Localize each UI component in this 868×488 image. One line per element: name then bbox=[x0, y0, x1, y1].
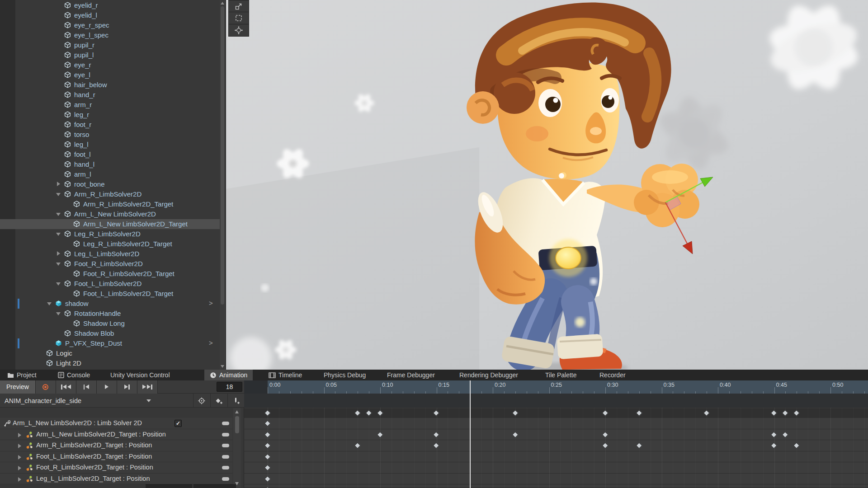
hierarchy-item-rotationhandle[interactable]: RotationHandle bbox=[0, 309, 221, 319]
dope-sheet-toggle-button[interactable] bbox=[146, 484, 192, 488]
expand-arrow-icon[interactable] bbox=[56, 282, 61, 286]
hierarchy-item-foot-r[interactable]: foot_r bbox=[0, 120, 221, 130]
hierarchy-item-foot-l-limbsolver2d[interactable]: Foot_L_LimbSolver2D bbox=[0, 279, 221, 289]
foldout-arrow-icon[interactable] bbox=[18, 455, 21, 460]
hierarchy-item-shadow[interactable]: shadow> bbox=[0, 299, 221, 309]
hierarchy-item-foot-l-limbsolver2d-target[interactable]: Foot_L_LimbSolver2D_Target bbox=[0, 289, 221, 299]
current-frame-field[interactable]: 18 bbox=[217, 382, 242, 392]
hierarchy-item-arm-l-new-limbsolver2d-target[interactable]: Arm_L_New LimbSolver2D_Target bbox=[0, 219, 221, 229]
hierarchy-item-foot-r-limbsolver2d[interactable]: Foot_R_LimbSolver2D bbox=[0, 259, 221, 269]
hierarchy-item-eyelid-r[interactable]: eyelid_r bbox=[0, 0, 221, 10]
tab-project[interactable]: Project bbox=[2, 370, 42, 380]
hierarchy-item-arm-l[interactable]: arm_l bbox=[0, 169, 221, 179]
hierarchy-item-arm-r-limbsolver2d-target[interactable]: Arm_R_LimbSolver2D_Target bbox=[0, 199, 221, 209]
tab-physics-debug[interactable]: Physics Debug bbox=[318, 370, 371, 380]
rect-selection-tool-button[interactable] bbox=[228, 12, 249, 24]
add-event-button[interactable] bbox=[227, 394, 244, 408]
maximize-view-tool-button[interactable] bbox=[228, 0, 249, 12]
hierarchy-item-light-2d[interactable]: Light 2D bbox=[0, 358, 221, 368]
expand-arrow-icon[interactable] bbox=[47, 302, 52, 305]
hierarchy-item-leg-r-limbsolver2d-target[interactable]: Leg_R_LimbSolver2D_Target bbox=[0, 239, 221, 249]
hierarchy-item-eyelid-l[interactable]: eyelid_l bbox=[0, 10, 221, 20]
hierarchy-item-shadow-long[interactable]: Shadow Long bbox=[0, 319, 221, 328]
keyframe-context-button[interactable] bbox=[222, 466, 229, 469]
foldout-arrow-icon[interactable] bbox=[18, 477, 21, 482]
tab-timeline[interactable]: Timeline bbox=[263, 370, 307, 380]
previous-keyframe-button[interactable] bbox=[76, 380, 97, 394]
scrollbar-thumb[interactable] bbox=[221, 6, 224, 305]
hierarchy-item-root-bone[interactable]: root_bone bbox=[0, 179, 221, 189]
hierarchy-item-arm-l-new-limbsolver2d[interactable]: Arm_L_New LimbSolver2D bbox=[0, 209, 221, 219]
skip-to-end-button[interactable] bbox=[137, 380, 158, 394]
expand-arrow-icon[interactable] bbox=[56, 312, 61, 315]
play-button[interactable] bbox=[97, 380, 117, 394]
tab-tile-palette[interactable]: Tile Palette bbox=[540, 370, 582, 380]
tab-console[interactable]: Console bbox=[52, 370, 95, 380]
foldout-arrow-icon[interactable] bbox=[18, 466, 21, 470]
foldout-arrow-icon[interactable] bbox=[18, 433, 21, 437]
expand-arrow-icon[interactable] bbox=[56, 213, 61, 216]
keyframe-context-button[interactable] bbox=[222, 444, 229, 447]
hierarchy-item-foot-l[interactable]: foot_l bbox=[0, 150, 221, 160]
chevron-right-icon[interactable]: > bbox=[209, 299, 213, 307]
property-row-1[interactable]: Arm_L_New LimbSolver2D : Limb Solver 2D✓ bbox=[0, 418, 232, 429]
hierarchy-item-pupil-r[interactable]: pupil_r bbox=[0, 40, 221, 50]
hierarchy-item-eye-l[interactable]: eye_l bbox=[0, 70, 221, 80]
playhead[interactable] bbox=[470, 380, 471, 488]
tab-recorder[interactable]: Recorder bbox=[594, 370, 631, 380]
next-keyframe-button[interactable] bbox=[117, 380, 137, 394]
property-row-4[interactable]: Foot_L_LimbSolver2D_Target : Position bbox=[0, 451, 232, 463]
property-row-5[interactable]: Foot_R_LimbSolver2D_Target : Position bbox=[0, 462, 232, 474]
hierarchy-item-leg-r-limbsolver2d[interactable]: Leg_R_LimbSolver2D bbox=[0, 229, 221, 239]
chevron-right-icon[interactable]: > bbox=[209, 339, 213, 347]
foldout-arrow-icon[interactable] bbox=[18, 444, 21, 448]
hierarchy-item-logic[interactable]: Logic bbox=[0, 348, 221, 358]
hierarchy-item-hand-l[interactable]: hand_l bbox=[0, 160, 221, 169]
hierarchy-item-eye-r[interactable]: eye_r bbox=[0, 60, 221, 70]
hierarchy-item-shadow-blob[interactable]: Shadow Blob bbox=[0, 328, 221, 338]
animation-clip-dropdown[interactable]: ANIM_character_idle_side bbox=[0, 394, 156, 408]
hierarchy-item-arm-r[interactable]: arm_r bbox=[0, 100, 221, 110]
scrollbar-thumb[interactable] bbox=[235, 416, 239, 433]
hierarchy-item-torso[interactable]: torso bbox=[0, 130, 221, 140]
scene-view[interactable] bbox=[226, 0, 868, 370]
expand-arrow-icon[interactable] bbox=[56, 193, 61, 196]
hierarchy-item-leg-r[interactable]: leg_r bbox=[0, 110, 221, 120]
hierarchy-item-foot-r-limbsolver2d-target[interactable]: Foot_R_LimbSolver2D_Target bbox=[0, 269, 221, 279]
hierarchy-item-eye-r-spec[interactable]: eye_r_spec bbox=[0, 20, 221, 30]
hierarchy-item-leg-l-limbsolver2d[interactable]: Leg_L_LimbSolver2D bbox=[0, 249, 221, 259]
hierarchy-item-eye-l-spec[interactable]: eye_l_spec bbox=[0, 30, 221, 40]
keyframe-context-button[interactable] bbox=[222, 477, 229, 481]
timeline-ruler[interactable]: 0:000:050:100:150:200:250:300:350:400:45… bbox=[244, 380, 868, 394]
scroll-up-icon[interactable] bbox=[221, 2, 224, 5]
collapse-arrow-icon[interactable] bbox=[57, 182, 60, 186]
hierarchy-scrollbar[interactable] bbox=[220, 0, 225, 370]
collapse-arrow-icon[interactable] bbox=[57, 251, 60, 256]
scroll-down-icon[interactable] bbox=[221, 365, 224, 368]
curves-toggle-button[interactable] bbox=[193, 484, 236, 488]
property-row-3[interactable]: Arm_R_LimbSolver2D_Target : Position bbox=[0, 440, 232, 451]
tab-animation[interactable]: Animation bbox=[204, 370, 253, 380]
tab-unity-version-control[interactable]: Unity Version Control bbox=[105, 370, 175, 380]
tab-frame-debugger[interactable]: Frame Debugger bbox=[382, 370, 440, 380]
keyframe-context-button[interactable] bbox=[222, 433, 229, 436]
scroll-up-icon[interactable] bbox=[235, 410, 239, 413]
expand-arrow-icon[interactable] bbox=[56, 233, 61, 236]
skip-to-start-button[interactable] bbox=[56, 380, 76, 394]
hierarchy-item-pupil-l[interactable]: pupil_l bbox=[0, 50, 221, 60]
hierarchy-item-p-vfx-step-dust[interactable]: P_VFX_Step_Dust> bbox=[0, 338, 221, 348]
hierarchy-item-arm-r-limbsolver2d[interactable]: Arm_R_LimbSolver2D bbox=[0, 189, 221, 199]
expand-arrow-icon[interactable] bbox=[56, 263, 61, 266]
add-keyframe-button[interactable] bbox=[210, 394, 227, 408]
filter-by-selection-button[interactable] bbox=[193, 394, 210, 408]
dopesheet[interactable] bbox=[244, 408, 868, 488]
hierarchy-item-hair-below[interactable]: hair_below bbox=[0, 80, 221, 90]
properties-scrollbar[interactable] bbox=[233, 408, 241, 488]
property-enabled-checkbox[interactable]: ✓ bbox=[175, 420, 182, 427]
property-row-6[interactable]: Leg_L_LimbSolver2D_Target : Position bbox=[0, 474, 232, 485]
property-row-2[interactable]: Arm_L_New LimbSolver2D_Target : Position bbox=[0, 429, 232, 441]
hierarchy-item-leg-l[interactable]: leg_l bbox=[0, 140, 221, 150]
preview-button[interactable]: Preview bbox=[0, 380, 36, 394]
record-button[interactable] bbox=[36, 380, 56, 394]
tab-rendering-debugger[interactable]: Rendering Debugger bbox=[454, 370, 524, 380]
